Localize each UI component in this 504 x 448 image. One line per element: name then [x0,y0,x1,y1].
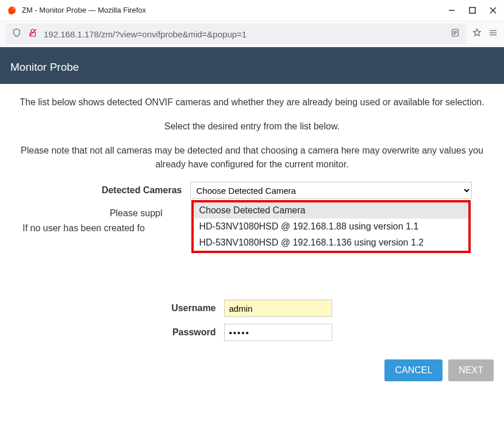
maximize-button[interactable] [468,6,476,14]
obscured-left-1: Please suppl [5,206,166,221]
firefox-icon [7,5,17,16]
reader-mode-icon[interactable] [450,28,460,40]
intro-paragraph-1: The list below shows detected ONVIF came… [6,95,498,109]
password-label: Password [107,327,216,338]
password-row: Password [3,324,501,341]
dropdown-option[interactable]: Choose Detected Camera [194,202,468,219]
button-bar: CANCEL NEXT [3,348,501,393]
detected-cameras-label: Detected Cameras [33,185,182,196]
cancel-button[interactable]: CANCEL [384,359,443,381]
username-label: Username [107,303,216,313]
detected-cameras-row: Detected Cameras Choose Detected Camera … [3,182,501,199]
page-content: The list below shows detected ONVIF came… [0,84,504,401]
next-button[interactable]: NEXT [448,359,494,381]
page-title: Monitor Probe [10,61,79,73]
dropdown-option[interactable]: HD-53NV1080HSD @ 192.168.1.88 using vers… [194,219,468,235]
detected-cameras-select[interactable]: Choose Detected Camera [190,182,472,199]
password-input[interactable] [224,324,332,341]
browser-toolbar: 192.168.1.178/zm/?view=onvifprobe&mid=&p… [0,21,504,47]
credentials-section: Username Password [3,300,501,341]
intro-paragraph-2: Select the desired entry from the list b… [6,120,498,133]
obscured-left-2: If no user has been created fo [22,221,148,236]
close-button[interactable] [489,6,497,14]
window-titlebar: ZM - Monitor Probe — Mozilla Firefox [0,0,504,21]
svg-rect-2 [470,7,475,13]
window-title: ZM - Monitor Probe — Mozilla Firefox [22,6,448,14]
intro-paragraph-3: Please note that not all cameras may be … [6,144,498,171]
shield-icon[interactable] [11,28,22,40]
minimize-button[interactable] [448,6,456,14]
url-text[interactable]: 192.168.1.178/zm/?view=onvifprobe&mid=&p… [44,29,444,39]
page-header: Monitor Probe [0,47,504,84]
username-input[interactable] [224,300,332,317]
username-row: Username [3,300,501,317]
hamburger-menu-icon[interactable] [488,28,498,40]
url-bar[interactable]: 192.168.1.178/zm/?view=onvifprobe&mid=&p… [6,24,466,44]
insecure-lock-icon[interactable] [28,28,38,40]
detected-cameras-dropdown: Choose Detected Camera HD-53NV1080HSD @ … [191,200,471,253]
bookmark-star-icon[interactable] [472,28,482,40]
dropdown-option[interactable]: HD-53NV1080HSD @ 192.168.1.136 using ver… [194,235,468,251]
detected-cameras-select-wrap: Choose Detected Camera Choose Detected C… [190,182,472,199]
window-controls [448,6,497,14]
